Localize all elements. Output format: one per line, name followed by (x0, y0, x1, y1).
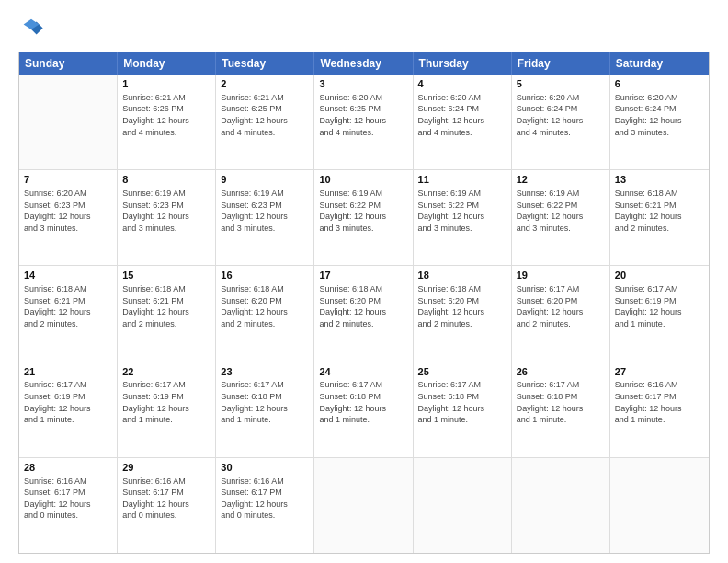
day-number: 22 (122, 365, 210, 379)
day-info: Sunrise: 6:19 AM Sunset: 6:22 PM Dayligh… (319, 188, 407, 234)
calendar-header-cell: Saturday (610, 52, 709, 75)
day-info: Sunrise: 6:19 AM Sunset: 6:23 PM Dayligh… (122, 188, 210, 234)
calendar-cell: 30Sunrise: 6:16 AM Sunset: 6:17 PM Dayli… (216, 458, 314, 553)
day-number: 25 (418, 365, 506, 379)
header (18, 17, 710, 42)
day-info: Sunrise: 6:16 AM Sunset: 6:17 PM Dayligh… (221, 476, 309, 522)
calendar-cell: 28Sunrise: 6:16 AM Sunset: 6:17 PM Dayli… (19, 458, 118, 553)
day-info: Sunrise: 6:17 AM Sunset: 6:20 PM Dayligh… (517, 283, 605, 329)
day-info: Sunrise: 6:18 AM Sunset: 6:21 PM Dayligh… (24, 283, 112, 329)
calendar-cell (414, 458, 512, 553)
calendar-cell: 27Sunrise: 6:16 AM Sunset: 6:17 PM Dayli… (610, 362, 709, 457)
day-info: Sunrise: 6:18 AM Sunset: 6:20 PM Dayligh… (418, 283, 506, 329)
calendar-header-cell: Wednesday (314, 52, 413, 75)
day-info: Sunrise: 6:20 AM Sunset: 6:24 PM Dayligh… (615, 92, 704, 138)
day-number: 30 (221, 461, 309, 475)
calendar-row: 28Sunrise: 6:16 AM Sunset: 6:17 PM Dayli… (19, 458, 709, 553)
day-number: 10 (319, 173, 407, 187)
page: SundayMondayTuesdayWednesdayThursdayFrid… (0, 0, 728, 563)
day-info: Sunrise: 6:17 AM Sunset: 6:19 PM Dayligh… (615, 283, 704, 329)
calendar-row: 7Sunrise: 6:20 AM Sunset: 6:23 PM Daylig… (19, 170, 709, 266)
day-info: Sunrise: 6:21 AM Sunset: 6:26 PM Dayligh… (122, 92, 210, 138)
day-info: Sunrise: 6:18 AM Sunset: 6:20 PM Dayligh… (319, 283, 407, 329)
day-number: 14 (24, 269, 112, 282)
calendar-cell: 2Sunrise: 6:21 AM Sunset: 6:25 PM Daylig… (216, 75, 314, 169)
day-info: Sunrise: 6:19 AM Sunset: 6:23 PM Dayligh… (221, 188, 309, 234)
day-number: 8 (122, 173, 210, 187)
day-info: Sunrise: 6:17 AM Sunset: 6:18 PM Dayligh… (517, 379, 605, 425)
calendar-header-row: SundayMondayTuesdayWednesdayThursdayFrid… (19, 52, 709, 75)
day-number: 29 (122, 461, 210, 475)
day-info: Sunrise: 6:20 AM Sunset: 6:23 PM Dayligh… (24, 188, 112, 234)
day-info: Sunrise: 6:19 AM Sunset: 6:22 PM Dayligh… (418, 188, 506, 234)
calendar-cell: 17Sunrise: 6:18 AM Sunset: 6:20 PM Dayli… (314, 266, 413, 361)
calendar-cell: 22Sunrise: 6:17 AM Sunset: 6:19 PM Dayli… (118, 362, 216, 457)
logo (18, 17, 48, 42)
day-number: 4 (418, 77, 506, 91)
day-info: Sunrise: 6:18 AM Sunset: 6:21 PM Dayligh… (122, 283, 210, 329)
calendar-cell: 8Sunrise: 6:19 AM Sunset: 6:23 PM Daylig… (118, 170, 216, 265)
calendar-row: 1Sunrise: 6:21 AM Sunset: 6:26 PM Daylig… (19, 75, 709, 170)
calendar-cell (314, 458, 413, 553)
day-info: Sunrise: 6:17 AM Sunset: 6:19 PM Dayligh… (122, 379, 210, 425)
calendar-row: 14Sunrise: 6:18 AM Sunset: 6:21 PM Dayli… (19, 266, 709, 362)
calendar-cell: 11Sunrise: 6:19 AM Sunset: 6:22 PM Dayli… (414, 170, 512, 265)
day-number: 7 (24, 173, 112, 187)
calendar-cell (19, 75, 118, 169)
calendar-cell: 23Sunrise: 6:17 AM Sunset: 6:18 PM Dayli… (216, 362, 314, 457)
calendar-cell: 4Sunrise: 6:20 AM Sunset: 6:24 PM Daylig… (414, 75, 512, 169)
day-info: Sunrise: 6:21 AM Sunset: 6:25 PM Dayligh… (221, 92, 309, 138)
calendar-cell: 16Sunrise: 6:18 AM Sunset: 6:20 PM Dayli… (216, 266, 314, 361)
day-number: 11 (418, 173, 506, 187)
calendar-cell: 6Sunrise: 6:20 AM Sunset: 6:24 PM Daylig… (610, 75, 709, 169)
calendar-header-cell: Sunday (19, 52, 118, 75)
day-number: 9 (221, 173, 309, 187)
calendar-cell: 3Sunrise: 6:20 AM Sunset: 6:25 PM Daylig… (314, 75, 413, 169)
calendar-cell: 10Sunrise: 6:19 AM Sunset: 6:22 PM Dayli… (314, 170, 413, 265)
calendar-body: 1Sunrise: 6:21 AM Sunset: 6:26 PM Daylig… (19, 75, 709, 553)
day-info: Sunrise: 6:20 AM Sunset: 6:24 PM Dayligh… (418, 92, 506, 138)
calendar-cell: 18Sunrise: 6:18 AM Sunset: 6:20 PM Dayli… (414, 266, 512, 361)
calendar-cell: 7Sunrise: 6:20 AM Sunset: 6:23 PM Daylig… (19, 170, 118, 265)
calendar-row: 21Sunrise: 6:17 AM Sunset: 6:19 PM Dayli… (19, 362, 709, 458)
day-info: Sunrise: 6:16 AM Sunset: 6:17 PM Dayligh… (24, 476, 112, 522)
calendar-cell: 1Sunrise: 6:21 AM Sunset: 6:26 PM Daylig… (118, 75, 216, 169)
day-number: 27 (615, 365, 704, 379)
day-number: 13 (615, 173, 704, 187)
day-info: Sunrise: 6:16 AM Sunset: 6:17 PM Dayligh… (122, 476, 210, 522)
day-number: 18 (418, 269, 506, 282)
calendar-cell: 14Sunrise: 6:18 AM Sunset: 6:21 PM Dayli… (19, 266, 118, 361)
calendar: SundayMondayTuesdayWednesdayThursdayFrid… (18, 52, 710, 554)
calendar-cell: 5Sunrise: 6:20 AM Sunset: 6:24 PM Daylig… (512, 75, 610, 169)
day-number: 19 (517, 269, 605, 282)
calendar-header-cell: Monday (118, 52, 216, 75)
day-number: 26 (517, 365, 605, 379)
calendar-header-cell: Tuesday (216, 52, 314, 75)
calendar-cell: 24Sunrise: 6:17 AM Sunset: 6:18 PM Dayli… (314, 362, 413, 457)
day-info: Sunrise: 6:18 AM Sunset: 6:20 PM Dayligh… (221, 283, 309, 329)
logo-icon (18, 17, 44, 42)
calendar-cell: 9Sunrise: 6:19 AM Sunset: 6:23 PM Daylig… (216, 170, 314, 265)
calendar-cell: 29Sunrise: 6:16 AM Sunset: 6:17 PM Dayli… (118, 458, 216, 553)
calendar-cell: 15Sunrise: 6:18 AM Sunset: 6:21 PM Dayli… (118, 266, 216, 361)
day-number: 28 (24, 461, 112, 475)
calendar-cell: 20Sunrise: 6:17 AM Sunset: 6:19 PM Dayli… (610, 266, 709, 361)
calendar-cell: 21Sunrise: 6:17 AM Sunset: 6:19 PM Dayli… (19, 362, 118, 457)
day-number: 17 (319, 269, 407, 282)
calendar-header-cell: Friday (512, 52, 610, 75)
day-info: Sunrise: 6:17 AM Sunset: 6:18 PM Dayligh… (319, 379, 407, 425)
day-info: Sunrise: 6:17 AM Sunset: 6:18 PM Dayligh… (221, 379, 309, 425)
calendar-cell: 26Sunrise: 6:17 AM Sunset: 6:18 PM Dayli… (512, 362, 610, 457)
day-info: Sunrise: 6:17 AM Sunset: 6:19 PM Dayligh… (24, 379, 112, 425)
day-number: 5 (517, 77, 605, 91)
day-info: Sunrise: 6:20 AM Sunset: 6:24 PM Dayligh… (517, 92, 605, 138)
day-info: Sunrise: 6:17 AM Sunset: 6:18 PM Dayligh… (418, 379, 506, 425)
day-info: Sunrise: 6:18 AM Sunset: 6:21 PM Dayligh… (615, 188, 704, 234)
calendar-cell: 12Sunrise: 6:19 AM Sunset: 6:22 PM Dayli… (512, 170, 610, 265)
day-number: 15 (122, 269, 210, 282)
calendar-cell: 13Sunrise: 6:18 AM Sunset: 6:21 PM Dayli… (610, 170, 709, 265)
calendar-cell: 25Sunrise: 6:17 AM Sunset: 6:18 PM Dayli… (414, 362, 512, 457)
day-info: Sunrise: 6:16 AM Sunset: 6:17 PM Dayligh… (615, 379, 704, 425)
calendar-cell (610, 458, 709, 553)
day-info: Sunrise: 6:20 AM Sunset: 6:25 PM Dayligh… (319, 92, 407, 138)
